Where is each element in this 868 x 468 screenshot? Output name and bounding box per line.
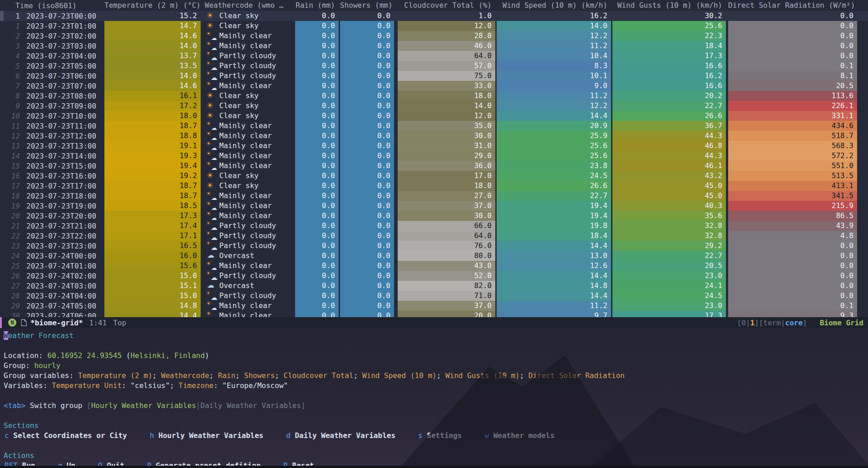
table-row[interactable]: 62023-07-23T06:0014.0☀☁Partly cloudy0.00… xyxy=(0,71,868,81)
key-hint: d xyxy=(286,431,291,440)
weathercode-label: Partly cloudy xyxy=(219,51,276,61)
section-item-d[interactable]: d Daily Weather Variables xyxy=(286,431,395,441)
variables-line[interactable]: Variables: Temperature Unit: "celsius"; … xyxy=(0,381,868,391)
weathercode-label: Mainly clear xyxy=(219,131,272,141)
table-row[interactable]: 102023-07-23T10:0018.0☀Clear sky0.00.012… xyxy=(0,111,868,121)
table-row[interactable]: 222023-07-23T22:0017.1☀☁Partly cloudy0.0… xyxy=(0,231,868,241)
cell-cloudcover: 29.0 xyxy=(398,151,495,161)
tab-key-hint[interactable]: <tab> xyxy=(4,401,25,410)
window-number-0: 0 xyxy=(741,319,746,327)
group-variable-separator: ; xyxy=(236,371,244,380)
cell-weathercode: ☀☁Mainly clear xyxy=(203,211,294,221)
workspace-term[interactable]: term xyxy=(763,319,781,327)
table-row[interactable]: 232023-07-23T23:0016.5☀☁Partly cloudy0.0… xyxy=(0,241,868,251)
table-row[interactable]: 112023-07-23T11:0018.7☀☁Mainly clear0.00… xyxy=(0,121,868,131)
major-mode-name[interactable]: Biome Grid xyxy=(820,319,863,327)
cell-cloudcover: 18.0 xyxy=(398,91,495,101)
sun-behind-cloud-icon: ☀☁ xyxy=(206,51,217,60)
cell-wind-speed: 8.3 xyxy=(497,61,611,71)
bottom-window-edge xyxy=(0,466,868,468)
group-line[interactable]: Group: hourly xyxy=(0,361,868,371)
table-row[interactable]: 282023-07-24T04:0015.0☀☁Partly cloudy0.0… xyxy=(0,291,868,301)
table-row[interactable]: 152023-07-23T15:0019.4☀☁Mainly clear0.00… xyxy=(0,161,868,171)
cell-wind-gusts: 22.7 xyxy=(612,251,726,261)
key-label: Daily Weather Variables xyxy=(291,431,395,440)
table-row[interactable]: 272023-07-24T03:0015.1☁Overcast0.00.082.… xyxy=(0,281,868,291)
biome-grid-buffer[interactable]: Time (iso8601) Temperature (2 m) (°C) We… xyxy=(0,0,868,317)
table-row[interactable]: 292023-07-24T05:0014.8☀☁Mainly clear0.00… xyxy=(0,301,868,311)
workspace-bracket: [ xyxy=(759,319,764,327)
line-number: 25 xyxy=(0,262,20,270)
table-row[interactable]: 72023-07-23T07:0014.6☀☁Mainly clear0.00.… xyxy=(0,81,868,91)
table-row[interactable]: 202023-07-23T20:0017.3☀☁Mainly clear0.00… xyxy=(0,211,868,221)
table-row[interactable]: 92023-07-23T09:0017.2☀Clear sky0.00.014.… xyxy=(0,101,868,111)
table-row[interactable]: 242023-07-24T00:0016.0☁Overcast0.00.080.… xyxy=(0,251,868,261)
cell-wind-speed: 24.5 xyxy=(497,171,611,181)
cell-rain: 0.0 xyxy=(295,61,339,71)
cell-cloudcover: 14.0 xyxy=(398,101,495,111)
table-row[interactable]: 162023-07-23T16:0019.2☀Clear sky0.00.017… xyxy=(0,171,868,181)
section-item-h[interactable]: h Hourly Weather Variables xyxy=(150,431,263,441)
cell-temperature: 14.6 xyxy=(104,31,201,41)
table-row[interactable]: 32023-07-23T03:0014.0☀☁Mainly clear0.00.… xyxy=(0,41,868,51)
table-row[interactable]: 42023-07-23T04:0013.7☀☁Partly cloudy0.00… xyxy=(0,51,868,61)
sun-behind-small-cloud-icon: ☀☁ xyxy=(206,261,217,270)
table-row[interactable]: 252023-07-24T01:0015.6☀☁Mainly clear0.00… xyxy=(0,261,868,271)
buffer-name[interactable]: *biome-grid* xyxy=(30,319,83,327)
cell-solar-radiation: 518.7 xyxy=(728,131,857,141)
cell-weathercode: ☀☁Mainly clear xyxy=(203,191,294,201)
table-row[interactable]: 132023-07-23T13:0019.1☀☁Mainly clear0.00… xyxy=(0,141,868,151)
cell-cloudcover: 30.0 xyxy=(398,211,495,221)
cell-showers: 0.0 xyxy=(340,61,394,71)
cell-solar-radiation: 0.0 xyxy=(728,281,857,291)
cell-showers: 0.0 xyxy=(340,31,394,41)
table-row[interactable]: 52023-07-23T05:0013.5☀☁Partly cloudy0.00… xyxy=(0,61,868,71)
table-row[interactable]: 22023-07-23T02:0014.6☀☁Mainly clear0.00.… xyxy=(0,31,868,41)
cell-wind-gusts: 18.4 xyxy=(612,41,726,51)
section-item-c[interactable]: c Select Coordinates or City xyxy=(5,431,127,441)
group-variables-line[interactable]: Group variables: Temperature (2 m); Weat… xyxy=(0,371,868,381)
cell-time: 2023-07-23T00:00 xyxy=(20,12,104,20)
cell-time: 2023-07-23T09:00 xyxy=(20,102,104,110)
cell-temperature: 19.4 xyxy=(104,161,201,171)
table-row[interactable]: 182023-07-23T18:0018.7☀☁Mainly clear0.00… xyxy=(0,191,868,201)
cell-rain: 0.0 xyxy=(295,21,339,31)
cell-solar-radiation: 0.0 xyxy=(728,241,857,251)
table-row[interactable]: 192023-07-23T19:0018.5☀☁Mainly clear0.00… xyxy=(0,201,868,211)
cell-cloudcover: 64.0 xyxy=(398,231,495,241)
table-row[interactable]: 12023-07-23T01:0014.7☀Clear sky0.00.012.… xyxy=(0,21,868,31)
cell-rain: 0.0 xyxy=(295,251,339,261)
cell-wind-speed: 9.7 xyxy=(497,311,611,317)
cell-wind-gusts: 43.2 xyxy=(612,171,726,181)
cell-time: 2023-07-24T03:00 xyxy=(20,282,104,290)
cell-cloudcover: 33.0 xyxy=(398,81,495,91)
cell-wind-speed: 9.0 xyxy=(497,81,611,91)
table-row[interactable]: 82023-07-23T08:0016.1☀Clear sky0.00.018.… xyxy=(0,91,868,101)
cell-rain: 0.0 xyxy=(295,281,339,291)
table-row[interactable]: 142023-07-23T14:0019.3☀☁Mainly clear0.00… xyxy=(0,151,868,161)
table-row[interactable]: 172023-07-23T17:0018.7☀Clear sky0.00.018… xyxy=(0,181,868,191)
weathercode-label: Clear sky xyxy=(219,91,259,101)
column-header-wind-gusts: Wind Gusts (10 m) (km/h) xyxy=(612,0,726,10)
tab-option-hourly[interactable]: Hourly Weather Variables xyxy=(91,401,196,410)
table-row[interactable]: 122023-07-23T12:0018.8☀☁Mainly clear0.00… xyxy=(0,131,868,141)
table-row[interactable]: 262023-07-24T02:0015.0☀☁Partly cloudy0.0… xyxy=(0,271,868,281)
table-row[interactable]: 12023-07-23T00:0015.2☀Clear sky0.00.01.0… xyxy=(0,11,868,21)
cell-weathercode: ☀Clear sky xyxy=(203,21,294,31)
location-line[interactable]: Location: 60.16952 24.93545 (Helsinki, F… xyxy=(0,351,868,361)
cell-wind-gusts: 24.1 xyxy=(612,281,726,291)
cell-wind-speed: 25.9 xyxy=(497,131,611,141)
cell-time: 2023-07-23T19:00 xyxy=(20,202,104,210)
workspace-core[interactable]: core xyxy=(785,319,803,327)
key-label: Select Coordinates or City xyxy=(9,431,127,440)
sun-behind-small-cloud-icon: ☀☁ xyxy=(206,41,217,50)
table-row[interactable]: 212023-07-23T21:0017.4☀☁Partly cloudy0.0… xyxy=(0,221,868,231)
cursor-position: 1:41 xyxy=(89,319,107,327)
cell-solar-radiation: 551.0 xyxy=(728,161,857,171)
cell-wind-speed: 18.4 xyxy=(497,231,611,241)
table-row[interactable]: 302023-07-24T06:0014.4☀☁Mainly clear0.00… xyxy=(0,311,868,317)
cell-solar-radiation: 43.9 xyxy=(728,221,857,231)
cell-wind-speed: 12.2 xyxy=(497,101,611,111)
tab-option-daily[interactable]: Daily Weather Variables xyxy=(201,401,301,410)
line-number: 2 xyxy=(0,32,20,40)
